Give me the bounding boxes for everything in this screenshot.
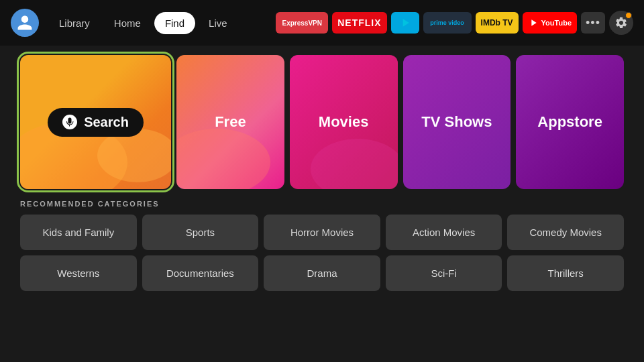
nav-links: Library Home Find Live	[48, 12, 238, 34]
category-kids-family[interactable]: Kids and Family	[20, 215, 137, 250]
nav-live[interactable]: Live	[198, 12, 238, 34]
tile-appstore[interactable]: Appstore	[516, 55, 624, 189]
nav-library[interactable]: Library	[48, 12, 101, 34]
tile-free[interactable]: Free	[176, 55, 284, 189]
nav-apps: ExpressVPN NETFLIX prime video IMDb TV Y…	[276, 11, 633, 35]
tile-movies[interactable]: Movies	[290, 55, 398, 189]
category-sci-fi[interactable]: Sci-Fi	[386, 255, 502, 291]
categories-row-1: Kids and Family Sports Horror Movies Act…	[20, 215, 624, 250]
category-documentaries[interactable]: Documentaries	[142, 255, 259, 291]
settings-button[interactable]	[609, 11, 633, 35]
search-label: Search	[84, 115, 129, 130]
app-netflix[interactable]: NETFLIX	[332, 12, 386, 34]
app-imdb[interactable]: IMDb TV	[476, 12, 519, 34]
nav-home[interactable]: Home	[103, 12, 152, 34]
app-expressvpn[interactable]: ExpressVPN	[276, 12, 328, 34]
categories-section-title: RECOMMENDED CATEGORIES	[20, 200, 624, 208]
search-pill[interactable]: Search	[48, 108, 144, 137]
app-prime[interactable]: prime video	[423, 12, 472, 34]
app-freevee[interactable]	[391, 12, 419, 34]
category-horror-movies[interactable]: Horror Movies	[264, 215, 380, 250]
category-thrillers[interactable]: Thrillers	[507, 255, 624, 291]
category-action-movies[interactable]: Action Movies	[386, 215, 502, 250]
category-drama[interactable]: Drama	[264, 255, 380, 291]
user-avatar[interactable]	[11, 9, 39, 37]
tiles-row: Search Free Movies TV Shows Appstore	[20, 55, 624, 189]
category-westerns[interactable]: Westerns	[20, 255, 137, 291]
top-nav: Library Home Find Live ExpressVPN NETFLI…	[0, 0, 644, 46]
app-youtube[interactable]: YouTube	[523, 12, 577, 34]
tile-tvshows[interactable]: TV Shows	[403, 55, 511, 189]
categories-grid: Kids and Family Sports Horror Movies Act…	[20, 215, 624, 291]
nav-find[interactable]: Find	[154, 12, 195, 34]
tile-appstore-label: Appstore	[537, 113, 602, 131]
category-sports[interactable]: Sports	[142, 215, 259, 250]
tile-search[interactable]: Search	[20, 55, 171, 189]
more-apps-button[interactable]: •••	[581, 12, 605, 34]
categories-row-2: Westerns Documentaries Drama Sci-Fi Thri…	[20, 255, 624, 291]
tile-movies-label: Movies	[319, 113, 369, 131]
tile-tvshows-label: TV Shows	[421, 113, 492, 131]
tile-free-label: Free	[215, 113, 246, 131]
main-content: Search Free Movies TV Shows Appstore REC…	[0, 46, 644, 300]
category-comedy-movies[interactable]: Comedy Movies	[507, 215, 624, 250]
mic-icon	[62, 115, 77, 129]
